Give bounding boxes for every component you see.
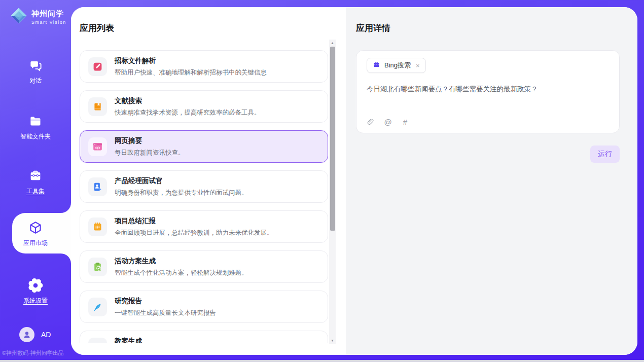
app-card-title: 活动方案生成 bbox=[115, 257, 248, 266]
list-scrollbar[interactable]: ▲ ▼ bbox=[329, 40, 336, 344]
sidebar-item-label: 智能文件夹 bbox=[0, 132, 71, 141]
sidebar-item-label: 对话 bbox=[0, 77, 71, 85]
at-icon[interactable]: @ bbox=[384, 118, 392, 126]
app-list-panel: 应用列表 招标文件解析帮助用户快速、准确地理解和解析招标书中的关键信息文献搜索快… bbox=[71, 7, 346, 355]
app-card-title: 网页摘要 bbox=[115, 136, 185, 146]
sidebar-item-工具集[interactable]: 工具集 bbox=[0, 164, 71, 196]
tool-tag-bing-search[interactable]: Bing搜索 × bbox=[367, 58, 426, 73]
hash-icon[interactable]: # bbox=[401, 118, 409, 126]
user-row[interactable]: AD bbox=[19, 327, 51, 342]
app-card-文献搜索[interactable]: 文献搜索快速精准查找学术资源，提高研究效率的必备工具。 bbox=[80, 90, 328, 123]
copyright-footer: ©神州数码·神州问学出品 bbox=[2, 349, 71, 357]
user-label: AD bbox=[41, 331, 51, 339]
app-card-description: 智能生成个性化活动方案，轻松解决规划难题。 bbox=[115, 269, 248, 277]
edit-square-icon bbox=[88, 57, 107, 76]
app-card-网页摘要[interactable]: 网页摘要每日政府新闻资讯快查。 bbox=[80, 130, 328, 163]
scrollbar-thumb[interactable] bbox=[330, 47, 335, 231]
clipboard-check-icon bbox=[88, 258, 107, 276]
browser-code-icon bbox=[88, 137, 107, 156]
app-card-texts: 教案生成模板驱动，教案秒成，教学准备从此轻松快捷 bbox=[115, 337, 241, 343]
sidebar-item-label: 应用市场 bbox=[0, 239, 71, 247]
app-list-title: 应用列表 bbox=[80, 22, 346, 34]
app-card-教案生成[interactable]: 教案生成模板驱动，教案秒成，教学准备从此轻松快捷 bbox=[80, 331, 328, 343]
sidebar: 神州问学 Smart Vision 对话智能文件夹工具集应用市场系统设置 AD … bbox=[0, 0, 71, 362]
app-card-项目总结汇报[interactable]: 项目总结汇报全面回顾项目进展，总结经验教训，助力未来优化发展。 bbox=[80, 210, 328, 243]
app-card-texts: 网页摘要每日政府新闻资讯快查。 bbox=[115, 136, 185, 157]
toolbox-icon bbox=[0, 168, 71, 184]
app-card-title: 教案生成 bbox=[115, 337, 241, 343]
gear-icon bbox=[0, 278, 71, 293]
app-card-title: 招标文件解析 bbox=[115, 56, 267, 65]
app-card-texts: 文献搜索快速精准查找学术资源，提高研究效率的必备工具。 bbox=[115, 96, 261, 117]
tool-tag-label: Bing搜索 bbox=[384, 61, 411, 70]
avatar[interactable] bbox=[19, 327, 34, 342]
interviewer-icon bbox=[88, 177, 107, 196]
chat-icon bbox=[0, 58, 71, 73]
app-card-description: 一键智能生成高质量长文本研究报告 bbox=[115, 309, 216, 317]
briefcase-icon bbox=[373, 61, 380, 70]
sidebar-item-label: 系统设置 bbox=[0, 297, 71, 305]
main-content-card: 应用列表 招标文件解析帮助用户快速、准确地理解和解析招标书中的关键信息文献搜索快… bbox=[71, 7, 637, 355]
app-card-活动方案生成[interactable]: 活动方案生成智能生成个性化活动方案，轻松解决规划难题。 bbox=[80, 250, 328, 283]
app-card-招标文件解析[interactable]: 招标文件解析帮助用户快速、准确地理解和解析招标书中的关键信息 bbox=[80, 50, 328, 83]
app-card-texts: 招标文件解析帮助用户快速、准确地理解和解析招标书中的关键信息 bbox=[115, 56, 267, 77]
bottom-edge-strip bbox=[0, 360, 644, 362]
sidebar-item-label: 工具集 bbox=[0, 187, 71, 196]
person-icon bbox=[22, 330, 31, 339]
app-card-产品经理面试官[interactable]: 产品经理面试官明确身份和职责，为您提供专业性的面试问题。 bbox=[80, 170, 328, 203]
notepad-icon bbox=[88, 218, 107, 236]
brand-logo: 神州问学 Smart Vision bbox=[10, 7, 66, 27]
brand-title: 神州问学 bbox=[31, 9, 66, 19]
app-card-list: 招标文件解析帮助用户快速、准确地理解和解析招标书中的关键信息文献搜索快速精准查找… bbox=[80, 50, 328, 343]
prompt-text[interactable]: 今日湖北有哪些新闻要点？有哪些需要关注的最新政策？ bbox=[367, 84, 609, 118]
app-card-title: 产品经理面试官 bbox=[115, 176, 248, 186]
brand-subtitle: Smart Vision bbox=[31, 20, 66, 25]
app-card-description: 明确身份和职责，为您提供专业性的面试问题。 bbox=[115, 189, 248, 197]
app-card-description: 每日政府新闻资讯快查。 bbox=[115, 149, 185, 157]
app-detail-title: 应用详情 bbox=[356, 22, 637, 34]
run-button[interactable]: 运行 bbox=[590, 146, 620, 163]
prompt-toolbar: @# bbox=[367, 118, 609, 127]
app-card-description: 全面回顾项目进展，总结经验教训，助力未来优化发展。 bbox=[115, 229, 273, 237]
quill-icon bbox=[88, 298, 107, 316]
app-card-title: 文献搜索 bbox=[115, 96, 261, 105]
book-icon bbox=[88, 97, 107, 116]
close-icon[interactable]: × bbox=[416, 62, 420, 69]
folder-icon bbox=[0, 114, 71, 129]
sidebar-item-系统设置[interactable]: 系统设置 bbox=[0, 274, 71, 305]
books-icon bbox=[88, 338, 107, 343]
app-card-texts: 活动方案生成智能生成个性化活动方案，轻松解决规划难题。 bbox=[115, 257, 248, 277]
prompt-card: Bing搜索 × 今日湖北有哪些新闻要点？有哪些需要关注的最新政策？ @# bbox=[356, 50, 620, 133]
app-card-title: 研究报告 bbox=[115, 297, 216, 306]
app-card-研究报告[interactable]: 研究报告一键智能生成高质量长文本研究报告 bbox=[80, 291, 328, 323]
cube-icon bbox=[0, 220, 71, 235]
sidebar-item-应用市场[interactable]: 应用市场 bbox=[0, 213, 71, 264]
app-card-texts: 研究报告一键智能生成高质量长文本研究报告 bbox=[115, 297, 216, 317]
scroll-up-arrow-icon[interactable]: ▲ bbox=[329, 40, 336, 46]
paperclip-icon[interactable] bbox=[367, 118, 375, 126]
run-row: 运行 bbox=[356, 146, 620, 163]
app-card-description: 帮助用户快速、准确地理解和解析招标书中的关键信息 bbox=[115, 68, 267, 77]
scroll-down-arrow-icon[interactable]: ▼ bbox=[329, 337, 336, 344]
app-card-title: 项目总结汇报 bbox=[115, 216, 273, 226]
app-card-description: 快速精准查找学术资源，提高研究效率的必备工具。 bbox=[115, 108, 261, 117]
gem-logo-icon bbox=[10, 7, 28, 27]
app-card-texts: 产品经理面试官明确身份和职责，为您提供专业性的面试问题。 bbox=[115, 176, 248, 197]
sidebar-item-对话[interactable]: 对话 bbox=[0, 54, 71, 85]
sidebar-item-智能文件夹[interactable]: 智能文件夹 bbox=[0, 110, 71, 141]
app-card-texts: 项目总结汇报全面回顾项目进展，总结经验教训，助力未来优化发展。 bbox=[115, 216, 273, 237]
app-detail-panel: 应用详情 Bing搜索 × 今日湖北有哪些新闻要点？有哪些需要关注的最新政策？ … bbox=[346, 7, 637, 355]
